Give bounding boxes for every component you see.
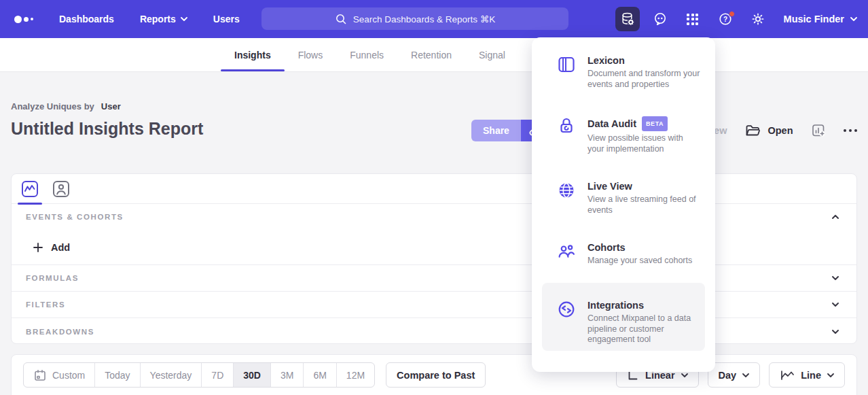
tab-signal[interactable]: Signal [479,38,505,71]
range-label: 6M [313,370,326,381]
range-yesterday[interactable]: Yesterday [141,363,202,387]
open-report-button[interactable]: Open [744,122,793,139]
range-label: 7D [211,370,223,381]
interval-dropdown[interactable]: Day [708,362,761,388]
feedback-button[interactable] [648,7,672,31]
expand-section-button[interactable] [829,326,842,337]
live-view-globe-icon [557,181,576,220]
collapse-section-button[interactable] [829,211,842,222]
menu-item-description: Document and transform your events and p… [587,69,702,90]
chart-pulse-icon [21,180,39,198]
beta-badge: BETA [642,116,668,131]
range-label: 12M [346,370,365,381]
chevron-down-icon [831,275,839,281]
settings-button[interactable] [746,7,770,31]
share-button[interactable]: Share [471,120,521,141]
chevron-down-icon [827,373,834,377]
menu-item-live-view[interactable]: Live View View a live streaming feed of … [532,170,715,231]
tab-funnels[interactable]: Funnels [350,38,384,71]
more-options-button[interactable] [844,129,858,133]
data-management-button[interactable] [615,7,640,31]
chevron-down-icon [831,329,839,334]
range-today[interactable]: Today [95,363,140,387]
range-label: Today [105,370,130,381]
range-12m[interactable]: 12M [337,363,374,387]
search-icon [335,13,347,25]
section-label: FILTERS [26,300,65,309]
mixpanel-logo-icon[interactable] [14,16,41,23]
tab-label: Funnels [350,50,384,61]
add-to-dashboard-button[interactable] [811,123,826,138]
nav-item-dashboards[interactable]: Dashboards [59,14,114,24]
workspace-switcher[interactable]: Music Finder [784,14,857,24]
range-30d[interactable]: 30D [234,363,271,387]
menu-item-data-audit[interactable]: Data AuditBETA View possible issues with… [532,105,715,170]
settings-gear-icon [751,12,765,27]
range-label: 3M [281,370,293,381]
open-label: Open [767,125,793,136]
range-6m[interactable]: 6M [304,363,336,387]
menu-item-cohorts[interactable]: Cohorts Manage your saved cohorts [532,231,715,283]
chevron-down-icon [850,17,857,21]
users-mode-tab[interactable] [52,174,70,204]
tab-retention[interactable]: Retention [411,38,452,71]
menu-item-description: Connect Mixpanel to a data pipeline or c… [587,313,695,345]
add-event-button[interactable]: Add [12,230,856,265]
breadcrumb-text: Analyze Uniques by [11,101,94,111]
header-actions: New Open [707,120,857,141]
events-cohorts-header[interactable]: EVENTS & COHORTS [12,204,856,230]
help-button[interactable]: ? [713,7,738,31]
range-7d[interactable]: 7D [202,363,234,387]
menu-item-integrations[interactable]: Integrations Connect Mixpanel to a data … [542,283,705,351]
chevron-down-icon [181,17,187,21]
cohorts-people-icon [557,242,576,272]
search-input[interactable]: Search Dashboards & Reports ⌘K [261,7,568,30]
workspace-name: Music Finder [784,14,844,24]
nav-right-cluster: ? Music Finder [615,0,857,38]
menu-item-description: Manage your saved cohorts [587,256,702,267]
nav-item-reports[interactable]: Reports [140,14,187,24]
range-label: 30D [243,370,261,381]
line-chart-icon [780,369,795,381]
menu-item-title: Data AuditBETA [587,116,702,131]
report-tabbar: Insights Flows Funnels Retention Signal … [0,38,868,72]
breakdowns-section[interactable]: BREAKDOWNS [12,318,856,345]
expand-section-button[interactable] [829,299,842,310]
section-label: FORMULAS [26,274,79,282]
nav-item-label: Users [213,14,240,24]
data-management-menu: Lexicon Document and transform your even… [532,37,715,372]
chart-type-label: Line [801,370,821,381]
board-plus-icon [811,123,826,138]
filters-section[interactable]: FILTERS [12,292,856,318]
range-3m[interactable]: 3M [271,363,304,387]
svg-text:?: ? [723,16,727,23]
tab-insights[interactable]: Insights [234,38,271,71]
range-label: Custom [52,370,85,381]
compare-label: Compare to Past [397,370,475,381]
menu-item-lexicon[interactable]: Lexicon Document and transform your even… [532,44,715,105]
section-label: BREAKDOWNS [26,328,94,336]
menu-item-title: Integrations [587,300,695,311]
tab-label: Retention [411,50,452,61]
add-label: Add [51,242,70,253]
apps-button[interactable] [681,7,705,31]
menu-item-description: View possible issues with your implement… [587,133,702,154]
tab-flows[interactable]: Flows [298,38,323,71]
page-title[interactable]: Untitled Insights Report [11,119,203,139]
chart-type-dropdown[interactable]: Line [769,362,845,388]
formulas-section[interactable]: FORMULAS [12,265,856,292]
search-placeholder: Search Dashboards & Reports ⌘K [353,14,495,24]
query-mode-tabs [12,174,856,204]
nav-item-label: Dashboards [59,14,114,24]
range-custom[interactable]: Custom [24,363,95,387]
breadcrumb-entity-selector[interactable]: User [101,101,121,111]
compare-to-past-button[interactable]: Compare to Past [386,362,486,388]
tab-label: Insights [234,50,271,61]
events-mode-tab[interactable] [21,174,39,204]
expand-section-button[interactable] [829,273,842,284]
range-label: Yesterday [150,370,192,381]
lexicon-book-icon [557,55,576,95]
plus-icon [33,242,43,253]
menu-item-description: View a live streaming feed of events [587,194,702,216]
nav-item-users[interactable]: Users [213,14,240,24]
